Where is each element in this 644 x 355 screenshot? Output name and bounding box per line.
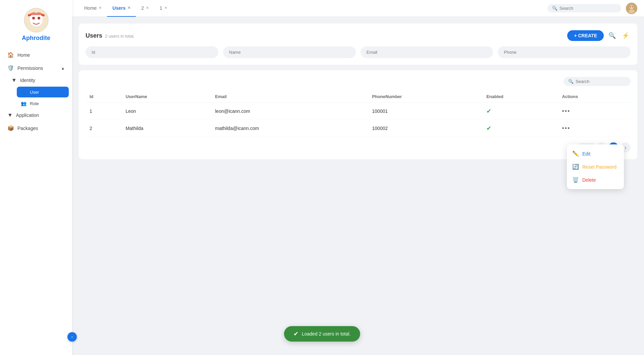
cell-email-1: mathilda@icann.com xyxy=(211,120,368,137)
tab-users[interactable]: Users ✕ xyxy=(107,0,136,17)
sidebar-item-application-label: Application xyxy=(16,113,39,118)
sidebar-item-permissions[interactable]: 🛡️ Permissions ▲ xyxy=(3,62,69,74)
cell-email-0: leon@icann.com xyxy=(211,103,368,120)
svg-point-2 xyxy=(32,17,35,19)
filter-phone-input[interactable] xyxy=(498,46,631,58)
filter-icon-button[interactable]: ⚡ xyxy=(621,31,631,41)
topbar-search-input[interactable] xyxy=(559,6,616,11)
svg-point-10 xyxy=(632,6,633,7)
cell-phone-1: 100002 xyxy=(368,120,482,137)
create-button[interactable]: + CREATE xyxy=(567,30,604,41)
sidebar-item-identity[interactable]: ▼ Identity xyxy=(10,75,69,86)
svg-point-3 xyxy=(38,17,40,19)
context-menu: ✏️ Edit 🔄 Reset Password 🗑️ Delete xyxy=(567,144,624,189)
sidebar-item-packages-label: Packages xyxy=(17,126,38,131)
tab-home-label: Home xyxy=(84,5,97,11)
context-menu-delete[interactable]: 🗑️ Delete xyxy=(567,173,624,186)
context-menu-reset-password[interactable]: 🔄 Reset Password xyxy=(567,160,624,173)
context-delete-label: Delete xyxy=(582,177,596,183)
shield-icon: 🛡️ xyxy=(7,65,14,71)
tab-users-label: Users xyxy=(112,5,125,11)
svg-point-9 xyxy=(630,6,631,7)
sidebar-item-role-label: Role xyxy=(30,101,39,106)
enabled-check-icon: ✔ xyxy=(486,108,491,115)
users-title-text: Users xyxy=(86,32,102,39)
col-id: Id xyxy=(86,91,121,103)
filter-id-input[interactable] xyxy=(86,46,218,58)
tab-users-close-icon[interactable]: ✕ xyxy=(127,6,130,10)
sidebar: Aphrodite 🏠 Home 🛡️ Permissions ▲ ▼ Iden… xyxy=(0,0,72,355)
application-chevron-icon: ▼ xyxy=(7,112,13,118)
filter-row xyxy=(86,46,631,58)
table-search[interactable]: 🔍 xyxy=(564,77,631,86)
users-panel-actions: + CREATE 🔍 ⚡ xyxy=(567,30,631,41)
sidebar-collapse-button[interactable]: ‹ xyxy=(67,332,77,342)
sidebar-nav: 🏠 Home 🛡️ Permissions ▲ ▼ Identity 👤 Use… xyxy=(0,48,72,135)
table-search-input[interactable] xyxy=(576,79,626,84)
table-body: 1 Leon leon@icann.com 100001 ✔ ••• 2 Mat… xyxy=(86,103,631,137)
packages-icon: 📦 xyxy=(7,125,14,131)
cell-id-1: 2 xyxy=(86,120,121,137)
context-reset-label: Reset Password xyxy=(582,164,616,170)
sidebar-item-role[interactable]: 👥 Role xyxy=(17,98,69,109)
topbar-search[interactable]: 🔍 xyxy=(547,4,621,12)
reset-password-icon: 🔄 xyxy=(572,164,579,170)
table-header: Id UserName Email PhoneNumber Enabled Ac… xyxy=(86,91,631,103)
tab-home[interactable]: Home ✕ xyxy=(79,0,107,17)
sidebar-item-home-label: Home xyxy=(17,52,30,58)
table-header-row: Id UserName Email PhoneNumber Enabled Ac… xyxy=(86,91,631,103)
tab-1[interactable]: 1 ✕ xyxy=(154,0,173,17)
cell-enabled-1: ✔ xyxy=(482,120,558,137)
tab-1-close-icon[interactable]: ✕ xyxy=(164,6,167,10)
sidebar-item-permissions-label: Permissions xyxy=(17,65,43,71)
svg-point-8 xyxy=(629,9,635,13)
tab-2-close-icon[interactable]: ✕ xyxy=(146,6,149,10)
col-email: Email xyxy=(211,91,368,103)
table-row: 2 Mathilda mathilda@icann.com 100002 ✔ •… xyxy=(86,120,631,137)
filter-name-input[interactable] xyxy=(223,46,356,58)
users-panel-header: Users 2 users in total. + CREATE 🔍 ⚡ xyxy=(86,30,631,41)
filter-email-input[interactable] xyxy=(361,46,493,58)
sidebar-item-packages[interactable]: 📦 Packages xyxy=(3,122,69,135)
cell-actions-0[interactable]: ••• xyxy=(558,103,631,120)
sidebar-item-user[interactable]: 👤 User xyxy=(17,87,69,97)
topbar-search-icon: 🔍 xyxy=(552,6,557,11)
topbar-avatar[interactable] xyxy=(626,3,637,14)
users-table-panel: 🔍 Id UserName Email PhoneNumber Enabled … xyxy=(79,70,637,159)
toast-icon: ✔ xyxy=(293,330,299,338)
col-username: UserName xyxy=(121,91,211,103)
users-table: Id UserName Email PhoneNumber Enabled Ac… xyxy=(86,91,631,137)
col-actions: Actions xyxy=(558,91,631,103)
tab-2[interactable]: 2 ✕ xyxy=(136,0,154,17)
toast-notification: ✔ Loaded 2 users in total. xyxy=(284,326,360,342)
edit-icon: ✏️ xyxy=(572,150,579,157)
main-area: Home ✕ Users ✕ 2 ✕ 1 ✕ 🔍 xyxy=(72,0,644,355)
actions-dots-button-1[interactable]: ••• xyxy=(562,125,570,132)
cell-phone-0: 100001 xyxy=(368,103,482,120)
table-row: 1 Leon leon@icann.com 100001 ✔ ••• xyxy=(86,103,631,120)
sidebar-item-application[interactable]: ▼ Application xyxy=(3,109,69,121)
tab-home-close-icon[interactable]: ✕ xyxy=(99,6,102,10)
sidebar-item-home[interactable]: 🏠 Home xyxy=(3,48,69,61)
users-title: Users 2 users in total. xyxy=(86,32,135,39)
context-menu-edit[interactable]: ✏️ Edit xyxy=(567,147,624,160)
home-icon: 🏠 xyxy=(7,52,14,58)
sidebar-item-user-label: User xyxy=(30,90,39,95)
user-icon: 👤 xyxy=(21,89,26,95)
app-name: Aphrodite xyxy=(22,35,50,42)
actions-dots-button-0[interactable]: ••• xyxy=(562,108,570,115)
delete-icon: 🗑️ xyxy=(572,177,579,183)
cell-actions-1[interactable]: ••• xyxy=(558,120,631,137)
cell-username-1: Mathilda xyxy=(121,120,211,137)
role-icon: 👥 xyxy=(21,101,26,106)
col-phone: PhoneNumber xyxy=(368,91,482,103)
sidebar-identity-section: ▼ Identity 👤 User 👥 Role xyxy=(3,75,69,109)
sidebar-identity-children: 👤 User 👥 Role xyxy=(10,87,69,109)
table-panel-header: 🔍 xyxy=(86,77,631,86)
content-area: Users 2 users in total. + CREATE 🔍 ⚡ xyxy=(72,17,644,355)
pagination: 20 ▾ ‹ 1 › xyxy=(86,142,631,152)
sidebar-logo xyxy=(23,7,50,35)
table-search-icon: 🔍 xyxy=(568,79,574,84)
search-icon-button[interactable]: 🔍 xyxy=(607,31,617,41)
enabled-check-icon: ✔ xyxy=(486,125,491,132)
